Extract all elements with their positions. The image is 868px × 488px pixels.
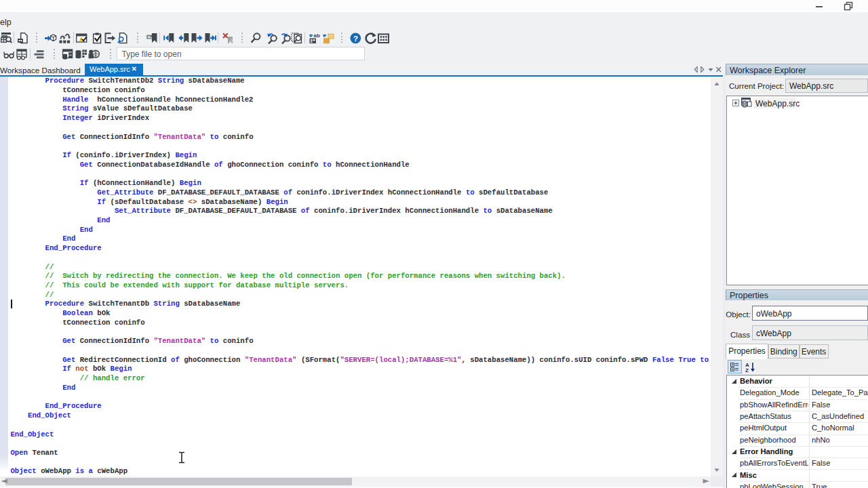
svg-text:Z: Z (745, 367, 749, 373)
svg-text:?: ? (353, 35, 358, 43)
svg-text:ab: ab (314, 33, 320, 39)
